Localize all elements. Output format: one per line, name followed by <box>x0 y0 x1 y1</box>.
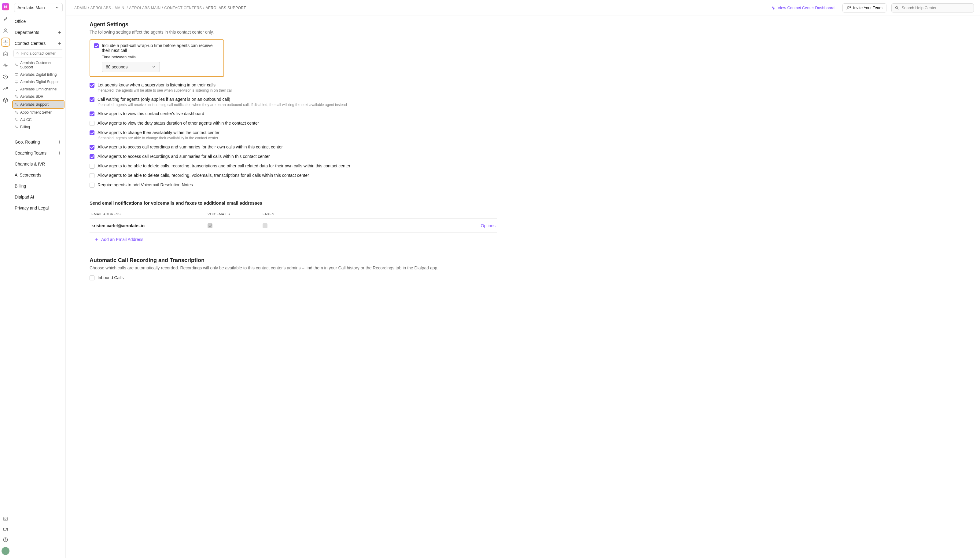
breadcrumb-segment[interactable]: ADMIN <box>74 6 87 10</box>
add-coaching-icon[interactable] <box>57 151 62 156</box>
setting-row: Allow agents to access call recordings a… <box>90 144 497 149</box>
setting-checkbox[interactable] <box>90 164 94 169</box>
contact-center-item[interactable]: AU CC <box>13 116 64 123</box>
sidebar-item-ai-scorecards[interactable]: Ai Scorecards <box>12 169 64 181</box>
setting-label: Allow agents to be able to delete calls,… <box>97 163 497 168</box>
contact-center-item[interactable]: Aerolabs Support <box>13 101 64 108</box>
add-email-button[interactable]: Add an Email Address <box>90 233 497 246</box>
settings-gear-icon[interactable] <box>2 39 8 45</box>
rocket-icon[interactable] <box>2 16 8 22</box>
setting-checkbox[interactable] <box>90 173 94 178</box>
inbound-calls-checkbox[interactable] <box>90 276 94 281</box>
contact-center-item[interactable]: Aerolabs SDR <box>13 93 64 100</box>
svg-point-6 <box>17 52 18 54</box>
svg-point-0 <box>5 29 7 31</box>
svg-point-1 <box>5 41 7 43</box>
setting-checkbox[interactable] <box>90 83 94 88</box>
view-dashboard-link[interactable]: View Contact Center Dashboard <box>768 4 838 12</box>
workspace-selector[interactable]: Aerolabs Main <box>14 3 63 12</box>
workspace-name: Aerolabs Main <box>17 5 45 10</box>
trend-icon[interactable] <box>2 85 8 92</box>
setting-row: Require agents to add Voicemail Resoluti… <box>90 182 497 187</box>
contact-center-item[interactable]: Billing <box>13 123 64 131</box>
contact-center-highlight: Aerolabs Support <box>12 100 64 109</box>
box-icon[interactable] <box>2 97 8 103</box>
svg-rect-8 <box>15 81 18 83</box>
help-icon[interactable] <box>2 537 8 543</box>
setting-label: Allow agents to change their availabilit… <box>97 130 497 135</box>
sidebar-item-office[interactable]: Office <box>12 16 64 27</box>
contact-center-item[interactable]: Aerolabs Customer Support <box>13 59 64 71</box>
setting-checkbox[interactable] <box>90 112 94 117</box>
setting-checkbox[interactable] <box>90 97 94 102</box>
setting-checkbox[interactable] <box>90 145 94 149</box>
help-search-input[interactable] <box>902 5 970 10</box>
breadcrumb: ADMIN/AEROLABS - MAIN./AEROLABS MAIN/CON… <box>74 6 763 10</box>
breadcrumb-segment[interactable]: CONTACT CENTERS <box>164 6 202 10</box>
activity-icon[interactable] <box>2 62 8 69</box>
sidebar-item-privacy-legal[interactable]: Privacy and Legal <box>12 202 64 213</box>
contact-center-item[interactable]: Aerolabs Omnichannel <box>13 85 64 93</box>
voicemail-checkbox[interactable] <box>208 223 212 228</box>
breadcrumb-segment[interactable]: AEROLABS MAIN <box>129 6 160 10</box>
ai-icon[interactable] <box>2 516 8 522</box>
setting-label: Require agents to add Voicemail Resoluti… <box>97 182 497 187</box>
video-icon[interactable] <box>2 526 8 532</box>
topbar: ADMIN/AEROLABS - MAIN./AEROLABS MAIN/CON… <box>66 0 980 16</box>
email-table: EMAIL ADDRESS VOICEMAILS FAXES kristen.c… <box>90 210 497 233</box>
sidebar: Aerolabs Main Office Departments Contact… <box>11 0 66 558</box>
history-icon[interactable] <box>2 74 8 80</box>
sidebar-item-billing[interactable]: Billing <box>12 181 64 192</box>
chevron-down-icon <box>55 5 59 10</box>
invite-team-button[interactable]: Invite Your Team <box>842 3 886 13</box>
setting-checkbox[interactable] <box>90 154 94 159</box>
agent-settings-title: Agent Settings <box>90 21 497 28</box>
email-row: kristen.carlel@aerolabs.ioOptions <box>90 219 497 233</box>
setting-row: Allow agents to change their availabilit… <box>90 130 497 140</box>
fax-checkbox[interactable] <box>263 223 267 228</box>
contact-center-item[interactable]: Aerolabs Digital Billing <box>13 71 64 78</box>
wrapup-highlight-box: Include a post-call wrap-up time before … <box>90 39 224 77</box>
add-geo-icon[interactable] <box>57 140 62 144</box>
breadcrumb-segment[interactable]: AEROLABS SUPPORT <box>206 6 246 10</box>
setting-checkbox[interactable] <box>90 121 94 126</box>
building-icon[interactable] <box>2 51 8 57</box>
activity-icon <box>771 5 776 10</box>
contact-center-search[interactable] <box>13 49 63 57</box>
sidebar-item-channels-ivr[interactable]: Channels & IVR <box>12 159 64 169</box>
search-icon <box>895 5 899 10</box>
setting-checkbox[interactable] <box>90 183 94 187</box>
sidebar-item-contact-centers[interactable]: Contact Centers <box>12 38 64 49</box>
recording-title: Automatic Call Recording and Transcripti… <box>90 257 497 264</box>
contact-center-search-input[interactable] <box>21 51 61 56</box>
person-icon[interactable] <box>2 28 8 34</box>
sidebar-item-dialpad-ai[interactable]: Dialpad Ai <box>12 192 64 202</box>
setting-label: Allow agents to be able to delete calls,… <box>97 173 497 178</box>
help-search[interactable] <box>891 3 974 13</box>
add-department-icon[interactable] <box>57 30 62 35</box>
setting-hint: If enabled, agents will receive an incom… <box>97 103 497 107</box>
sidebar-item-geo-routing[interactable]: Geo. Routing <box>12 136 64 148</box>
wrapup-label: Include a post-call wrap-up time before … <box>102 43 220 53</box>
setting-label: Allow agents to access call recordings a… <box>97 144 497 149</box>
recording-subtitle: Choose which calls are automatically rec… <box>90 266 497 270</box>
sidebar-item-coaching-teams[interactable]: Coaching Teams <box>12 148 64 159</box>
contact-center-item[interactable]: Aerolabs Digital Support <box>13 78 64 85</box>
wrapup-time-dropdown[interactable]: 60 seconds <box>102 62 160 72</box>
sidebar-item-departments[interactable]: Departments <box>12 27 64 38</box>
breadcrumb-segment[interactable]: AEROLABS - MAIN. <box>90 6 125 10</box>
setting-label: Allow agents to view the duty status dur… <box>97 121 497 126</box>
search-icon <box>16 52 20 55</box>
email-notify-title: Send email notifications for voicemails … <box>90 200 497 205</box>
email-options-link[interactable]: Options <box>481 223 496 228</box>
svg-point-10 <box>848 6 849 8</box>
contact-center-item[interactable]: Appointment Setter <box>13 109 64 116</box>
user-avatar[interactable] <box>2 547 10 555</box>
app-logo[interactable]: N <box>2 3 9 10</box>
plus-icon <box>94 237 99 241</box>
setting-checkbox[interactable] <box>90 130 94 135</box>
setting-label: Call waiting for agents (only applies if… <box>97 97 497 102</box>
add-contact-center-icon[interactable] <box>57 41 62 46</box>
svg-rect-9 <box>15 88 18 90</box>
wrapup-checkbox[interactable] <box>94 43 99 48</box>
